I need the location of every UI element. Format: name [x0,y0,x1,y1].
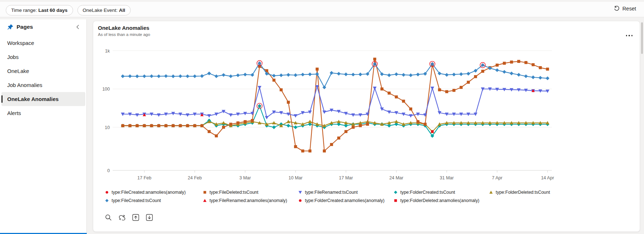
legend-marker-triangle-down-icon [298,190,302,194]
legend-item[interactable]: type:FolderCreated:tsCount [393,190,489,195]
filter-pill[interactable]: OneLake Event:All [77,5,131,15]
legend-item[interactable]: type:FileCreated:anamolies(anomaly) [105,190,203,195]
svg-text:100: 100 [102,87,110,92]
legend-item[interactable]: type:FolderDeleted:tsCount [489,190,634,195]
chart-legend: type:FileCreated:anamolies(anomaly)type:… [105,190,634,203]
arrow-up-box-icon[interactable] [132,214,140,221]
search-icon[interactable] [104,214,112,221]
onelake-anomalies-card: OneLake Anomalies As of less than a minu… [93,21,640,232]
legend-marker-circle-icon [105,190,109,194]
legend-marker-circle-icon [298,198,302,203]
sidebar-nav: WorkspaceJobsOneLakeJob AnomaliesOneLake… [0,36,87,120]
legend-marker-triangle-up-icon [203,198,207,203]
svg-text:17 Mar: 17 Mar [339,175,353,180]
legend-item[interactable]: type:FileDeleted:tsCount [203,190,298,195]
legend-marker-diamond-icon [105,198,109,203]
pages-sidebar: Pages WorkspaceJobsOneLakeJob AnomaliesO… [0,19,87,234]
legend-item[interactable]: type:FileRenamed:tsCount [298,190,393,195]
filter-value: All [119,8,125,13]
svg-text:1k: 1k [105,49,110,54]
collapse-sidebar-chevron-icon[interactable] [75,24,81,30]
svg-text:7 Apr: 7 Apr [492,175,502,180]
sidebar-item-onelake-anomalies[interactable]: OneLake Anomalies [1,92,85,106]
page-scrollbar-thumb[interactable] [641,22,643,54]
svg-text:10: 10 [105,125,110,130]
sidebar-item-workspace[interactable]: Workspace [0,36,87,50]
reset-label: Reset [622,6,636,12]
sidebar-item-onelake[interactable]: OneLake [0,64,87,78]
legend-label: type:FolderDeleted:tsCount [496,190,550,195]
legend-label: type:FolderCreated:anamolies(anomaly) [305,198,384,203]
legend-item[interactable]: type:FolderCreated:anamolies(anomaly) [298,198,393,203]
reset-button[interactable]: Reset [613,5,636,12]
svg-text:3 Mar: 3 Mar [239,175,251,180]
filter-label: OneLake Event: [83,8,118,13]
sidebar-item-jobs[interactable]: Jobs [0,50,87,64]
legend-label: type:FolderCreated:tsCount [400,190,455,195]
sidebar-item-alerts[interactable]: Alerts [0,106,87,120]
sidebar-item-job-anomalies[interactable]: Job Anomalies [0,78,87,92]
legend-label: type:FileRenamed:anamolies(anomaly) [210,198,287,203]
legend-label: type:FolderDeleted:anamolies(anomaly) [400,198,479,203]
filter-pill[interactable]: Time range:Last 60 days [6,5,73,15]
svg-text:24 Mar: 24 Mar [389,175,404,180]
undo-arrow-icon [613,5,620,12]
legend-label: type:FileRenamed:tsCount [305,190,358,195]
svg-text:17 Feb: 17 Feb [138,175,152,180]
pin-icon [7,24,14,31]
sidebar-header: Pages [0,21,87,34]
filter-pills: Time range:Last 60 daysOneLake Event:All [6,5,131,15]
legend-item[interactable]: type:FileRenamed:anamolies(anomaly) [203,198,298,203]
legend-marker-square-icon [393,198,398,203]
svg-text:0: 0 [107,168,110,173]
legend-label: type:FileCreated:tsCount [112,198,161,203]
legend-item[interactable]: type:FileCreated:tsCount [105,198,203,203]
sidebar-title: Pages [17,24,33,30]
svg-text:14 Apr: 14 Apr [541,175,554,180]
legend-marker-triangle-up-icon [489,190,493,194]
svg-text:10 Mar: 10 Mar [289,175,303,180]
legend-marker-diamond-icon [393,190,398,194]
filter-label: Time range: [11,8,37,13]
svg-text:24 Feb: 24 Feb [188,175,202,180]
top-filter-bar: Time range:Last 60 daysOneLake Event:All… [0,0,644,17]
arrow-down-box-icon[interactable] [145,214,153,221]
legend-marker-square-icon [203,190,207,194]
filter-value: Last 60 days [39,8,68,13]
loop-icon[interactable] [118,214,126,221]
legend-label: type:FileDeleted:tsCount [210,190,258,195]
svg-text:31 Mar: 31 Mar [440,175,454,180]
chart-toolbar [104,214,153,221]
legend-label: type:FileCreated:anamolies(anomaly) [112,190,186,195]
anomaly-line-chart[interactable]: 1k10010017 Feb24 Feb3 Mar10 Mar17 Mar24 … [93,21,640,187]
legend-item[interactable]: type:FolderDeleted:anamolies(anomaly) [393,198,489,203]
